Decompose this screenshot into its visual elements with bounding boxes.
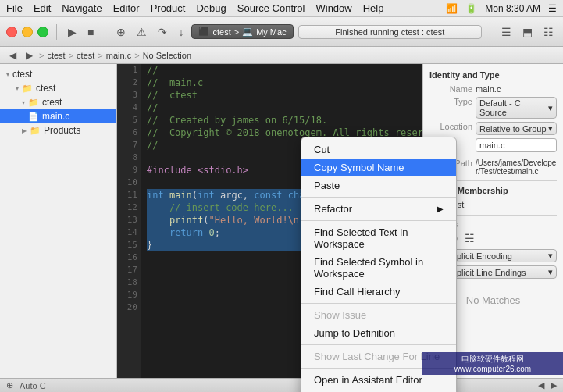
- navigator-toggle[interactable]: ☰: [498, 24, 515, 40]
- sidebar-item-mainc[interactable]: 📄 main.c: [0, 109, 116, 123]
- destination-sep: >: [234, 27, 239, 37]
- submenu-arrow-icon: ▶: [437, 205, 444, 213]
- breadcrumb-ctest2[interactable]: ctest: [77, 51, 94, 60]
- line-number-1: 1: [117, 64, 137, 77]
- main-layout: ▾ ctest ▾ 📁 ctest ▾ 📁 ctest 📄 main.c ▶ 📁…: [0, 64, 563, 378]
- line-number-10: 10: [117, 176, 137, 189]
- scheme-selector[interactable]: ⬛ ctest > 💻 My Mac: [191, 24, 293, 39]
- location-select[interactable]: Relative to Group ▾: [476, 122, 557, 135]
- fullpath-value: /Users/james/Developer/Test/ctest/main.c: [476, 159, 557, 176]
- encoding-chevron-icon: ▾: [548, 251, 553, 261]
- filename-field[interactable]: main.c: [476, 138, 557, 152]
- menu-help[interactable]: Help: [363, 2, 384, 14]
- breadcrumb-ctest1[interactable]: ctest: [47, 51, 65, 60]
- debug-toggle[interactable]: ⬒: [519, 24, 536, 40]
- ctx-item-show-issue: Show Issue: [301, 306, 456, 324]
- line-number-20: 20: [117, 301, 137, 314]
- destination-icon: 💻: [242, 27, 253, 37]
- expand-icon-sub: ▾: [22, 99, 25, 106]
- menu-window[interactable]: Window: [315, 2, 351, 14]
- ctx-separator: [301, 344, 456, 345]
- line-number-16: 16: [117, 251, 137, 264]
- breadcrumb-forward[interactable]: ▶: [23, 48, 36, 62]
- breadcrumb-sep1: >: [39, 51, 44, 60]
- sidebar-item-products[interactable]: ▶ 📁 Products: [0, 123, 116, 137]
- menubar-right: 📶 🔋 Mon 8:30 AM ☰: [446, 3, 557, 14]
- menu-editor[interactable]: Editor: [113, 2, 140, 14]
- ctx-label: Find Selected Symbol in Workspace: [314, 256, 444, 280]
- line-number-5: 5: [117, 114, 137, 127]
- ctx-item-find-selected-symbol-in-workspace[interactable]: Find Selected Symbol in Workspace: [301, 253, 456, 283]
- name-label: Name: [429, 84, 472, 94]
- menu-edit[interactable]: Edit: [34, 2, 51, 14]
- ctx-label: Paste: [314, 180, 340, 191]
- nav-prev-icon[interactable]: ◀: [538, 380, 544, 390]
- watermark-line1: 电脑软硬件教程网: [426, 354, 560, 365]
- nav-next-icon[interactable]: ▶: [551, 380, 557, 390]
- breakpoint-icon[interactable]: ⊕: [113, 24, 129, 40]
- location-row: Location Relative to Group ▾: [429, 122, 557, 135]
- warning-icon[interactable]: ⚠: [134, 24, 150, 40]
- folder-icon: 📁: [22, 84, 33, 94]
- menu-product[interactable]: Product: [151, 2, 186, 14]
- ctx-item-refactor[interactable]: Refactor▶: [301, 200, 456, 218]
- minimize-btn[interactable]: [22, 27, 33, 37]
- ctx-item-jump-to-definition[interactable]: Jump to Definition: [301, 324, 456, 342]
- stop-button[interactable]: ■: [84, 24, 97, 40]
- menu-extra[interactable]: ☰: [548, 3, 557, 14]
- panel-icon4[interactable]: ☵: [465, 232, 475, 244]
- ctx-label: Jump to Definition: [314, 327, 395, 339]
- maximize-btn[interactable]: [37, 27, 48, 37]
- ctx-item-copy-symbol-name[interactable]: Copy Symbol Name: [301, 159, 456, 176]
- line-number-15: 15: [117, 239, 137, 251]
- build-status: Finished running ctest : ctest: [298, 25, 482, 39]
- triangle-icon: ▾: [6, 71, 9, 78]
- bottom-add-icon[interactable]: ⊕: [6, 380, 13, 390]
- line-number-4: 4: [117, 102, 137, 114]
- menu-navigate[interactable]: Navigate: [62, 2, 102, 14]
- breadcrumb-back[interactable]: ◀: [6, 48, 20, 62]
- sidebar-label-sub: ctest: [42, 97, 62, 108]
- ctx-item-find-call-hierarchy[interactable]: Find Call Hierarchy: [301, 283, 456, 301]
- folder-icon-sub: 📁: [28, 98, 39, 108]
- sidebar-item-ctest-sub[interactable]: ▾ 📁 ctest: [0, 95, 116, 109]
- line-number-18: 18: [117, 276, 137, 289]
- code-line-4: //: [147, 102, 416, 114]
- ctx-item-reveal-in-project-navigator[interactable]: Reveal in Project Navigator: [301, 389, 456, 392]
- time-display: Mon 8:30 AM: [485, 3, 540, 14]
- step-in-icon[interactable]: ↓: [175, 24, 187, 40]
- wifi-icon: 📶: [446, 3, 458, 14]
- line-number-7: 7: [117, 139, 137, 151]
- watermark: 电脑软硬件教程网 www.computer26.com: [422, 352, 563, 375]
- ctx-item-cut[interactable]: Cut: [301, 141, 456, 159]
- line-number-17: 17: [117, 264, 137, 276]
- menu-file[interactable]: File: [6, 2, 23, 14]
- type-label: Type: [429, 97, 472, 106]
- bottom-lang: Auto C: [20, 381, 46, 390]
- scheme-icon: ⬛: [198, 27, 209, 37]
- ctx-item-paste[interactable]: Paste: [301, 176, 456, 194]
- line-number-2: 2: [117, 77, 137, 89]
- line-number-11: 11: [117, 189, 137, 201]
- divider3: [490, 24, 490, 40]
- menu-source-control[interactable]: Source Control: [237, 2, 305, 14]
- line-numbers: 1234567891011121314151617181920: [117, 64, 141, 378]
- breadcrumb-bar: ◀ ▶ > ctest > ctest > main.c > No Select…: [0, 47, 563, 64]
- step-over-icon[interactable]: ↷: [155, 24, 170, 40]
- products-folder-icon: 📁: [30, 126, 41, 136]
- run-button[interactable]: ▶: [65, 24, 80, 40]
- breadcrumb-mainc[interactable]: main.c: [106, 51, 131, 60]
- menu-debug[interactable]: Debug: [196, 2, 226, 14]
- ctx-item-find-selected-text-in-workspace[interactable]: Find Selected Text in Workspace: [301, 223, 456, 253]
- close-btn[interactable]: [6, 27, 17, 37]
- target-value: ctest: [446, 200, 557, 209]
- sidebar-item-ctest-group[interactable]: ▾ 📁 ctest: [0, 81, 116, 95]
- type-select[interactable]: Default - C Source ▾: [476, 97, 557, 119]
- sidebar-label-mainc: main.c: [42, 111, 69, 122]
- watermark-line2: www.computer26.com: [426, 365, 560, 373]
- inspector-toggle[interactable]: ☷: [540, 24, 557, 40]
- name-value: main.c: [476, 84, 557, 94]
- line-number-14: 14: [117, 226, 137, 239]
- ctx-label: Find Call Hierarchy: [314, 286, 401, 298]
- sidebar-label: ctest: [36, 83, 55, 94]
